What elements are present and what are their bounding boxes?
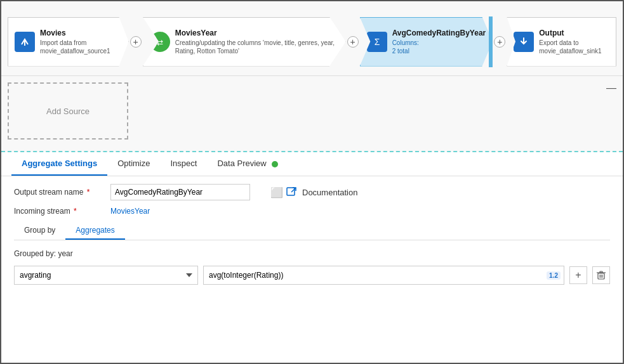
plus-btn-1[interactable]: + [130,36,142,48]
sink-icon [514,32,534,52]
main-window: Movies Import data from movie_dataflow_s… [0,0,624,364]
node-title-moviesyear: MoviesYear [175,29,339,37]
output-stream-label: Output stream name * [14,188,103,197]
tab-inspect[interactable]: Inspect [160,152,207,176]
tabs-bar: Aggregate Settings Optimize Inspect Data… [1,152,623,176]
node-desc-moviesyear: Creating/updating the columns 'movie, ti… [175,39,339,55]
transform-icon: ⇄ [150,32,170,52]
pipeline-area: Movies Import data from movie_dataflow_s… [1,1,623,76]
bottom-panel: Aggregate Settings Optimize Inspect Data… [1,152,623,363]
node-title-output: Output [539,29,609,37]
output-stream-row: Output stream name * ⬜ Documentation [14,184,610,200]
grouped-by-label: Grouped by: year [14,249,610,258]
delete-aggregate-button[interactable] [592,266,610,284]
node-text-avg: AvgComedyRatingByYear Columns: 2 total [392,29,486,55]
add-aggregate-button[interactable]: + [569,266,587,284]
node-shape-avg[interactable]: Σ AvgComedyRatingByYear Columns: 2 total [360,17,493,67]
svg-text:⇄: ⇄ [157,38,163,47]
plus-btn-3[interactable]: + [494,36,505,48]
node-desc-movies: Import data from movie_dataflow_source1 [40,39,122,55]
tab-optimize[interactable]: Optimize [107,152,160,176]
data-preview-dot [272,161,278,167]
doc-link[interactable]: ⬜ Documentation [270,186,357,198]
node-title-movies: Movies [40,29,122,37]
expression-input[interactable] [203,266,564,285]
aggregate-icon: Σ [367,32,387,52]
doc-label: Documentation [302,188,357,197]
node-text-output: Output Export data to movie_dataflow_sin… [539,29,609,55]
pipeline-node-avg: Σ AvgComedyRatingByYear Columns: 2 total [360,16,493,67]
svg-rect-7 [287,188,295,195]
node-shape-movies[interactable]: Movies Import data from movie_dataflow_s… [8,17,129,67]
node-text-moviesyear: MoviesYear Creating/updating the columns… [175,29,339,55]
doc-icon-svg [286,187,296,197]
svg-rect-11 [600,271,602,273]
required-star-incoming: * [74,207,77,216]
aggregate-row: avgrating 1.2 + [14,266,610,285]
minimize-button[interactable]: — [606,82,616,94]
svg-text:Σ: Σ [374,37,380,47]
aggregate-column-select[interactable]: avgrating [14,266,198,285]
trash-icon [597,271,606,280]
expression-wrapper: 1.2 [203,266,564,285]
incoming-stream-row: Incoming stream * MoviesYear [14,207,610,216]
node-shape-output[interactable]: Output Export data to movie_dataflow_sin… [507,17,616,67]
output-stream-input[interactable] [110,184,250,200]
tab-aggregate-settings[interactable]: Aggregate Settings [11,152,107,176]
sub-tab-group-by[interactable]: Group by [14,222,65,240]
svg-line-8 [291,188,296,192]
incoming-stream-label: Incoming stream * [14,207,103,216]
pipeline-node-movies: Movies Import data from movie_dataflow_s… [8,16,129,67]
node-title-avg: AvgComedyRatingByYear [392,29,486,37]
add-source-box[interactable]: Add Source [8,82,128,140]
settings-content: Output stream name * ⬜ Documentation [1,176,623,363]
canvas-area: Add Source — [1,76,623,152]
add-source-label: Add Source [46,107,90,116]
pipeline-node-moviesyear: ⇄ MoviesYear Creating/updating the colum… [143,16,346,67]
sub-tab-aggregates[interactable]: Aggregates [65,222,124,240]
source-icon [15,32,35,52]
tab-data-preview[interactable]: Data Preview [207,152,288,176]
plus-btn-2[interactable]: + [347,36,359,48]
node-desc-output: Export data to movie_dataflow_sink1 [539,39,609,55]
node-desc-avg-label: Columns: 2 total [392,39,486,55]
pipeline-node-output: Output Export data to movie_dataflow_sin… [507,16,616,67]
external-link-icon: ⬜ [270,186,283,198]
expr-badge: 1.2 [547,271,561,280]
incoming-stream-link[interactable]: MoviesYear [110,207,150,216]
sub-tabs: Group by Aggregates [14,222,610,240]
node-shape-moviesyear[interactable]: ⇄ MoviesYear Creating/updating the colum… [143,17,346,67]
node-text-movies: Movies Import data from movie_dataflow_s… [40,29,122,55]
active-border [489,16,493,67]
required-star-output: * [87,188,90,197]
